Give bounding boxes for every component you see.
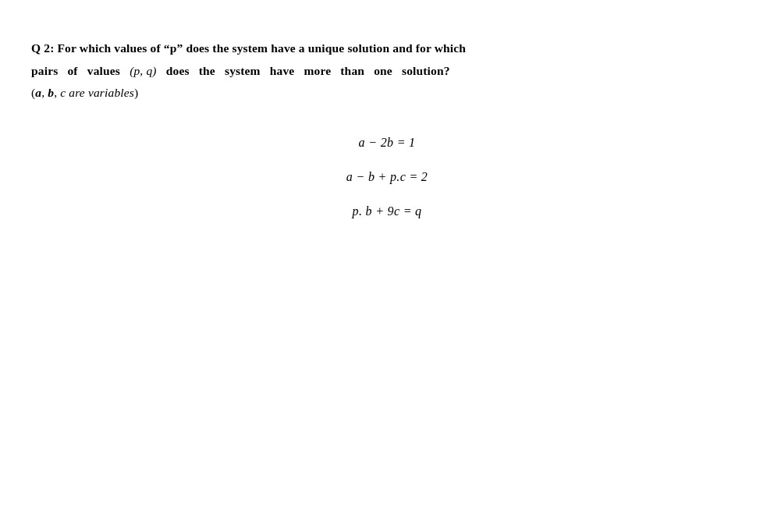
page-container: Q 2: For which values of “p” does the sy… <box>0 0 774 532</box>
equation-2: a − b + p.c = 2 <box>346 170 428 184</box>
question-line2: pairs of values (p, q) does the system h… <box>31 60 743 83</box>
equations-container: a − 2b = 1 a − b + p.c = 2 p. b + 9c = q <box>31 136 743 239</box>
question-block: Q 2: For which values of “p” does the sy… <box>31 37 743 105</box>
equation-3: p. b + 9c = q <box>353 204 422 218</box>
equation-1: a − 2b = 1 <box>359 136 416 150</box>
question-line3: (a, b, c are variables) <box>31 82 743 105</box>
question-line1: Q 2: For which values of “p” does the sy… <box>31 37 743 60</box>
